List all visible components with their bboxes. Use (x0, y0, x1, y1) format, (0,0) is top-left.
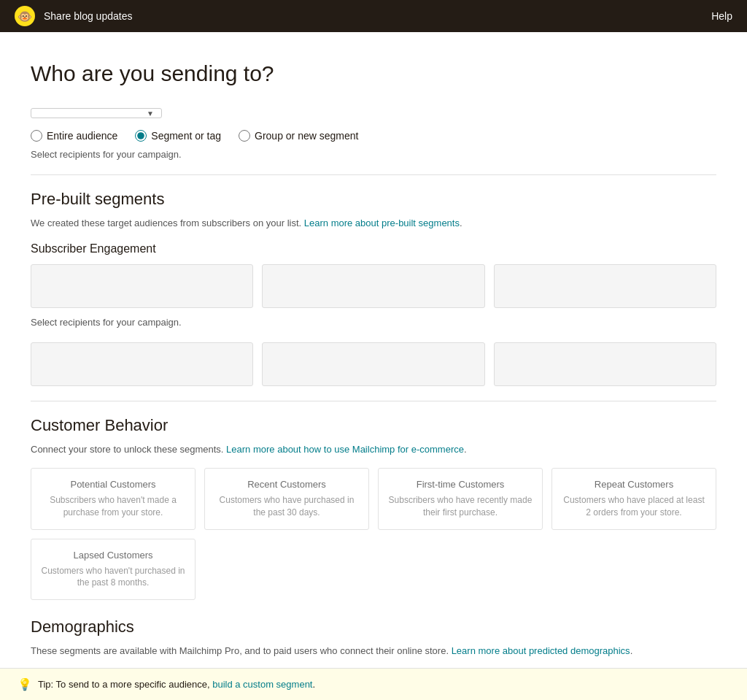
customer-cards-row-1: Potential Customers Subscribers who have… (31, 468, 716, 530)
potential-customers-title: Potential Customers (40, 479, 186, 490)
segment-or-tag-label: Segment or tag (151, 130, 221, 142)
customer-cards-row-2: Lapsed Customers Customers who haven't p… (31, 539, 716, 601)
recipient-radio-group: Entire audience Segment or tag Group or … (31, 130, 716, 142)
customer-behavior-section: Customer Behavior Connect your store to … (31, 416, 716, 601)
tip-text-after: . (312, 679, 315, 690)
demographics-desc: These segments are available with Mailch… (31, 644, 716, 658)
prebuilt-segments-desc: We created these target audiences from s… (31, 216, 716, 231)
recent-customers-title: Recent Customers (214, 479, 360, 490)
ecommerce-learn-more-link[interactable]: Learn more about how to use Mailchimp fo… (226, 444, 464, 455)
section-divider-2 (31, 401, 716, 401)
first-time-customers-title: First-time Customers (387, 479, 533, 490)
repeat-customers-card[interactable]: Repeat Customers Customers who have plac… (551, 468, 716, 530)
engagement-card-2 (262, 264, 484, 308)
prebuilt-segments-section: Pre-built segments We created these targ… (31, 190, 716, 386)
audience-dropdown[interactable]: ▼ (31, 108, 162, 118)
prebuilt-segments-title: Pre-built segments (31, 190, 716, 209)
mailchimp-logo: 🐵 (15, 6, 35, 26)
engagement-card-4 (31, 342, 253, 386)
tip-icon: 💡 (18, 677, 32, 691)
subscriber-engagement-label: Subscriber Engagement (31, 242, 716, 255)
customer-behavior-desc: Connect your store to unlock these segme… (31, 442, 716, 457)
lapsed-customers-title: Lapsed Customers (40, 550, 186, 561)
segment-or-tag-option[interactable]: Segment or tag (135, 130, 221, 142)
chevron-down-icon: ▼ (147, 109, 154, 118)
logo-symbol: 🐵 (18, 9, 32, 23)
select-recipients-hint: Select recipients for your campaign. (31, 149, 716, 160)
engagement-cards-row (31, 264, 716, 308)
entire-audience-label: Entire audience (47, 130, 117, 142)
main-content: Who are you sending to? ▼ Entire audienc… (16, 32, 731, 700)
repeat-customers-title: Repeat Customers (561, 479, 707, 490)
prebuilt-learn-more-link[interactable]: Learn more about pre-built segments (304, 218, 460, 228)
recent-customers-desc: Customers who have purchased in the past… (214, 494, 360, 519)
entire-audience-radio[interactable] (31, 130, 42, 142)
segment-or-tag-radio[interactable] (135, 130, 147, 142)
top-navigation: 🐵 Share blog updates Help (0, 0, 747, 32)
select-recipients-hint-2: Select recipients for your campaign. (31, 317, 716, 328)
page-title: Who are you sending to? (31, 61, 716, 86)
recent-customers-card[interactable]: Recent Customers Customers who have purc… (204, 468, 369, 530)
campaign-title: Share blog updates (44, 10, 132, 22)
tip-bar: 💡 Tip: To send to a more specific audien… (0, 668, 747, 700)
group-or-new-segment-label: Group or new segment (255, 130, 358, 142)
engagement-card-3 (494, 264, 716, 308)
group-or-new-segment-radio[interactable] (239, 130, 250, 142)
demographics-learn-more-link[interactable]: Learn more about predicted demographics (452, 645, 630, 656)
demographics-title: Demographics (31, 618, 716, 636)
first-time-customers-desc: Subscribers who have recently made their… (387, 494, 533, 519)
tip-text-before: Tip: To send to a more specific audience… (38, 679, 212, 690)
entire-audience-option[interactable]: Entire audience (31, 130, 117, 142)
repeat-customers-desc: Customers who have placed at least 2 ord… (561, 494, 707, 519)
build-custom-segment-link[interactable]: build a custom segment (212, 679, 312, 690)
nav-left: 🐵 Share blog updates (15, 6, 132, 26)
engagement-card-1 (31, 264, 253, 308)
engagement-card-6 (494, 342, 716, 386)
potential-customers-desc: Subscribers who haven't made a purchase … (40, 494, 186, 519)
lapsed-customers-desc: Customers who haven't purchased in the p… (40, 565, 186, 590)
first-time-customers-card[interactable]: First-time Customers Subscribers who hav… (378, 468, 543, 530)
group-or-new-segment-option[interactable]: Group or new segment (239, 130, 358, 142)
engagement-cards-row-2 (31, 342, 716, 386)
help-link[interactable]: Help (711, 10, 732, 22)
potential-customers-card[interactable]: Potential Customers Subscribers who have… (31, 468, 196, 530)
engagement-card-5 (262, 342, 484, 386)
customer-behavior-title: Customer Behavior (31, 416, 716, 435)
tip-text: Tip: To send to a more specific audience… (38, 679, 315, 690)
lapsed-customers-card[interactable]: Lapsed Customers Customers who haven't p… (31, 539, 196, 601)
section-divider-1 (31, 174, 716, 175)
